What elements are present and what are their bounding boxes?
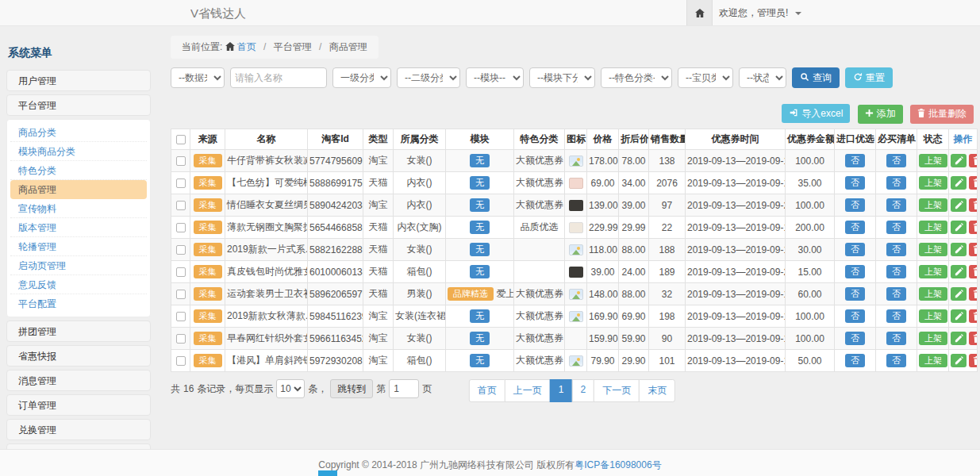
sales-count: 198 xyxy=(649,305,686,328)
filter-module-subcategory[interactable]: --模块下分类-- xyxy=(529,67,595,88)
page-size-select[interactable]: 10 xyxy=(276,379,305,398)
edit-button[interactable] xyxy=(951,243,967,256)
filter-data-source[interactable]: --数据来源-- xyxy=(171,67,225,88)
select-all-checkbox[interactable] xyxy=(176,135,186,144)
page-button-4[interactable]: 下一页 xyxy=(594,379,640,402)
product-type: 天猫 xyxy=(363,172,394,194)
row-checkbox[interactable] xyxy=(176,201,186,210)
filter-item-type[interactable]: --宝贝类型-- xyxy=(678,67,733,88)
edit-button[interactable] xyxy=(951,287,967,301)
delete-button[interactable] xyxy=(969,221,978,234)
top-navbar: V省钱达人 欢迎您，管理员! xyxy=(0,0,980,26)
row-checkbox[interactable] xyxy=(176,178,186,188)
product-thumbnail-icon xyxy=(569,244,583,255)
coupon-time: 2019-09-13—2019-09-19 xyxy=(686,239,786,261)
filter-feature-category[interactable]: --特色分类-- xyxy=(601,67,672,88)
sidebar-subitem-feedback[interactable]: 意见反馈 xyxy=(10,275,147,294)
sidebar-subitem-splash-page-management[interactable]: 启动页管理 xyxy=(10,256,147,275)
delete-button[interactable] xyxy=(969,198,978,212)
module-cell: 无 xyxy=(446,194,514,217)
edit-button[interactable] xyxy=(951,198,967,212)
import-excel-button[interactable]: 导入excel xyxy=(782,104,850,123)
filter-module[interactable]: --模块-- xyxy=(466,67,524,88)
row-checkbox[interactable] xyxy=(176,356,186,366)
edit-button[interactable] xyxy=(951,354,967,367)
page-button-3[interactable]: 2 xyxy=(572,379,595,402)
import-icon xyxy=(789,108,798,120)
table-row: 采集早春网红针织外套女春...596611634525淘宝女装()无大额优惠券1… xyxy=(171,328,978,350)
edit-button[interactable] xyxy=(951,332,967,345)
status-badge: 否 xyxy=(845,154,865,167)
delete-button[interactable] xyxy=(969,287,978,301)
sidebar-item-group-buy-management[interactable]: 拼团管理 xyxy=(6,321,151,342)
sidebar-item-saving-express-news[interactable]: 省惠快报 xyxy=(6,345,151,367)
filter-name-input[interactable] xyxy=(230,67,327,88)
sidebar-item-exchange-management[interactable]: 兑换管理 xyxy=(6,419,151,440)
filter-level1-category[interactable]: 一级分类 xyxy=(332,67,391,88)
icp-link[interactable]: 粤ICP备16098006号 xyxy=(575,459,661,470)
row-checkbox[interactable] xyxy=(176,334,186,344)
page-button-5[interactable]: 末页 xyxy=(639,379,675,402)
edit-button[interactable] xyxy=(951,309,967,323)
status-badge: 品牌精选 xyxy=(448,287,494,301)
batch-delete-button[interactable]: 批量删除 xyxy=(910,105,974,124)
filter-level2-category[interactable]: --二级分类-- xyxy=(397,67,460,88)
delete-button[interactable] xyxy=(969,265,978,278)
edit-button[interactable] xyxy=(951,176,967,190)
reset-button[interactable]: 重置 xyxy=(845,67,893,88)
table-row: 采集2019新款一片式系...588216228899天猫女装()无118.00… xyxy=(171,239,978,261)
jump-button[interactable]: 跳转到 xyxy=(330,379,373,398)
page-button-1[interactable]: 上一页 xyxy=(505,379,551,402)
row-checkbox[interactable] xyxy=(176,312,186,321)
sidebar-subitem-version-management[interactable]: 版本管理 xyxy=(10,218,147,237)
product-name: 【七色纺】可爱纯棉家... xyxy=(225,172,308,194)
sidebar-subitem-platform-config[interactable]: 平台配置 xyxy=(10,294,147,313)
row-checkbox[interactable] xyxy=(176,245,186,255)
price: 178.00 xyxy=(587,150,619,172)
delete-button[interactable] xyxy=(969,243,978,256)
sidebar-subitem-product-category[interactable]: 商品分类 xyxy=(10,123,147,142)
sales-count: 32 xyxy=(649,283,686,305)
status-badge: 无 xyxy=(470,332,490,345)
taoke-id: 601000601341 xyxy=(308,261,363,283)
coupon-amount: 100.00 xyxy=(786,305,835,328)
sidebar-item-order-management[interactable]: 订单管理 xyxy=(6,394,151,416)
filter-status[interactable]: --状态-- xyxy=(739,67,786,88)
delete-button[interactable] xyxy=(969,309,978,323)
row-checkbox[interactable] xyxy=(176,156,186,166)
module-cell: 品牌精选 爱上运动 xyxy=(446,283,514,305)
status-badge: 采集 xyxy=(194,176,222,190)
row-checkbox[interactable] xyxy=(176,223,186,232)
delete-button[interactable] xyxy=(969,332,978,345)
sidebar-subitem-promo-material[interactable]: 宣传物料 xyxy=(10,199,147,218)
sidebar-item-message-management[interactable]: 消息管理 xyxy=(6,370,151,391)
row-checkbox[interactable] xyxy=(176,267,186,277)
delete-button[interactable] xyxy=(969,176,978,190)
page-button-2[interactable]: 1 xyxy=(550,379,573,402)
search-button[interactable]: 查询 xyxy=(792,67,840,88)
delete-button[interactable] xyxy=(969,354,978,367)
delete-button[interactable] xyxy=(969,154,978,167)
column-header: 销售数量 xyxy=(649,129,686,150)
breadcrumb-home-link[interactable]: 首页 xyxy=(237,41,256,52)
sidebar-item-user-management[interactable]: 用户管理 xyxy=(6,70,151,91)
page-button-0[interactable]: 首页 xyxy=(469,379,505,402)
sidebar-item-platform-management[interactable]: 平台管理 xyxy=(6,94,151,116)
module-cell: 无 xyxy=(446,172,514,194)
sidebar-subitem-feature-category[interactable]: 特色分类 xyxy=(10,161,147,180)
sidebar-subitem-carousel-management[interactable]: 轮播管理 xyxy=(10,237,147,256)
edit-button[interactable] xyxy=(951,221,967,234)
sidebar-subitem-module-product-category[interactable]: 模块商品分类 xyxy=(10,142,147,161)
sidebar-subitem-product-management[interactable]: 商品管理 xyxy=(10,180,147,199)
user-menu[interactable]: 欢迎您，管理员! xyxy=(719,0,801,26)
status-badge: 上架 xyxy=(919,332,947,345)
edit-button[interactable] xyxy=(951,265,967,278)
table-row: 采集牛仔背带裤女秋装减龄...577479560965淘宝女装()无大额优惠券1… xyxy=(171,150,978,172)
page-number-input[interactable] xyxy=(389,379,419,398)
row-checkbox[interactable] xyxy=(176,290,186,299)
home-button[interactable] xyxy=(686,0,713,25)
status-badge: 否 xyxy=(845,176,865,190)
status-badge: 上架 xyxy=(919,354,947,367)
edit-button[interactable] xyxy=(951,154,967,167)
add-button[interactable]: 添加 xyxy=(858,105,903,124)
